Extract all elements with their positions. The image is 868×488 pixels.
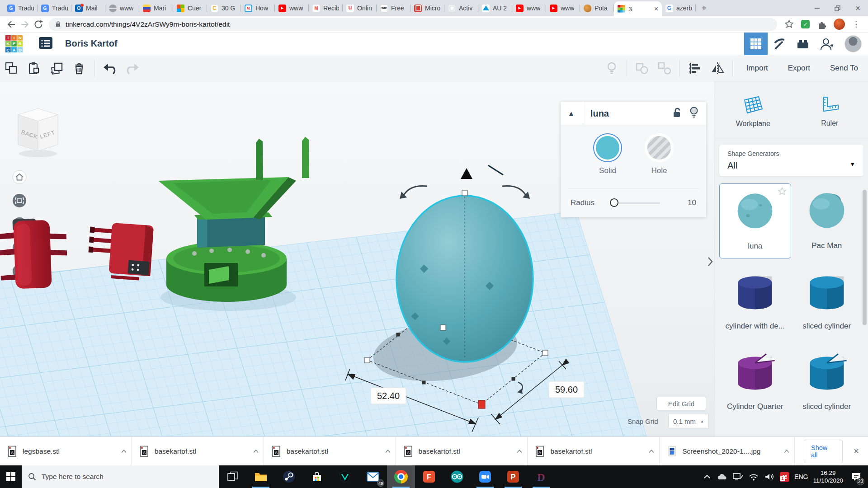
sidebar-scrollbar[interactable] xyxy=(863,190,867,325)
download-item[interactable]: A basekartof.stl xyxy=(264,437,396,465)
tab-pota[interactable]: Pota xyxy=(580,0,614,16)
task-view-button[interactable] xyxy=(219,465,247,488)
downloads-close-icon[interactable]: × xyxy=(854,446,859,456)
minecraft-pickaxe-icon[interactable] xyxy=(768,33,791,55)
brick-icon[interactable] xyxy=(791,33,815,55)
tab-www-1[interactable]: www xyxy=(105,0,139,16)
rotate-arrow-right[interactable] xyxy=(502,186,530,199)
slider-knob[interactable] xyxy=(610,198,618,207)
tab-translate-1[interactable]: Tradu xyxy=(4,0,38,16)
mail-icon[interactable]: 49 xyxy=(359,465,387,488)
hole-option[interactable]: Hole xyxy=(647,136,671,175)
shape-generators-dropdown[interactable]: Shape Generators All ▼ xyxy=(719,145,863,176)
dim-width-label[interactable]: 52.40 xyxy=(371,388,406,404)
paste-icon[interactable] xyxy=(27,61,41,75)
tab-translate-2[interactable]: Tradu xyxy=(38,0,71,16)
chevron-up-icon[interactable] xyxy=(516,449,523,453)
address-bar[interactable]: tinkercad.com/things/4V2zArSWy9m-boris-k… xyxy=(49,18,777,31)
export-button[interactable]: Export xyxy=(788,64,810,73)
edit-grid-button[interactable]: Edit Grid xyxy=(656,397,706,410)
tab-azerb[interactable]: azerb xyxy=(662,0,696,16)
checkmark-extension-icon[interactable]: ✓ xyxy=(801,20,810,28)
dim-depth-label[interactable]: 59.60 xyxy=(549,381,584,398)
file-explorer-icon[interactable] xyxy=(247,465,275,488)
app-f-icon[interactable]: F xyxy=(415,465,443,488)
scale-handle[interactable] xyxy=(396,333,400,337)
shape-tile-sliced-cylinder-2[interactable]: sliced cylinder xyxy=(791,344,863,419)
tab-www-4[interactable]: www xyxy=(546,0,580,16)
tab-cuer[interactable]: Cuer xyxy=(173,0,207,16)
download-item[interactable]: A legsbase.stl xyxy=(0,437,132,465)
ruler-tool[interactable]: Ruler xyxy=(792,81,868,139)
new-tab-button[interactable]: + xyxy=(696,2,712,14)
tab-au2[interactable]: AU 2 xyxy=(478,0,512,16)
volume-icon[interactable] xyxy=(764,472,775,481)
scale-handle[interactable] xyxy=(512,377,515,381)
delete-icon[interactable] xyxy=(72,61,86,75)
workplane-grid[interactable] xyxy=(0,211,646,436)
app-d-icon[interactable]: D xyxy=(527,465,555,488)
ms-store-icon[interactable] xyxy=(303,465,331,488)
hole-swatch[interactable] xyxy=(647,136,671,160)
front-corner-handle[interactable] xyxy=(478,400,485,408)
chevron-up-icon[interactable] xyxy=(121,449,127,453)
scale-handle[interactable] xyxy=(422,381,426,385)
download-item[interactable]: A basekartof.stl xyxy=(528,437,660,465)
chevron-up-icon[interactable] xyxy=(385,449,391,453)
solid-swatch[interactable] xyxy=(596,136,619,160)
tab-www-2[interactable]: www xyxy=(275,0,309,16)
lightbulb-icon[interactable] xyxy=(689,107,699,120)
show-all-lightbulb-icon[interactable] xyxy=(604,61,619,75)
undo-icon[interactable] xyxy=(102,61,117,75)
mirror-icon[interactable] xyxy=(710,61,725,75)
ungroup-icon[interactable] xyxy=(657,61,672,75)
minimize-button[interactable] xyxy=(807,0,827,16)
tab-30g[interactable]: 30 G xyxy=(207,0,241,16)
sidebar-collapse-handle[interactable] xyxy=(707,256,713,269)
design-title[interactable]: Boris Kartof xyxy=(65,38,118,49)
close-button[interactable]: × xyxy=(848,0,868,16)
tab-www-3[interactable]: www xyxy=(512,0,546,16)
onedrive-cloud-icon[interactable] xyxy=(717,472,727,481)
green-model[interactable] xyxy=(158,137,309,302)
view-cube[interactable]: BACK LEFT xyxy=(18,108,58,157)
unlock-icon[interactable] xyxy=(672,107,682,120)
tray-chevron-icon[interactable] xyxy=(703,472,712,481)
sphere-body[interactable] xyxy=(396,196,533,362)
view-home-button[interactable] xyxy=(13,170,26,184)
shape-tile-cylinder-quarter[interactable]: Cylinder Quarter xyxy=(719,344,791,419)
tab-close-icon[interactable]: × xyxy=(654,5,658,13)
corner-handle[interactable] xyxy=(542,350,548,356)
radius-value[interactable]: 10 xyxy=(688,198,696,207)
tinkercad-logo[interactable]: T I N K E R C A D xyxy=(5,35,23,52)
invite-person-icon[interactable] xyxy=(815,33,838,55)
copy-icon[interactable] xyxy=(4,61,19,75)
blocks-view-button[interactable] xyxy=(744,33,768,55)
display-pen-icon[interactable] xyxy=(732,472,743,481)
start-button[interactable] xyxy=(0,465,22,488)
favorite-star-icon[interactable] xyxy=(778,187,787,198)
workplane-tool[interactable]: Workplane xyxy=(715,81,792,139)
bookmark-star-icon[interactable] xyxy=(784,19,794,29)
taskbar-clock[interactable]: 16:29 11/10/2020 xyxy=(813,469,843,484)
tab-recib[interactable]: Recib xyxy=(309,0,343,16)
send-to-button[interactable]: Send To xyxy=(830,64,858,73)
browser-profile-avatar[interactable] xyxy=(834,19,845,30)
duplicate-icon[interactable] xyxy=(49,61,64,75)
powerpoint-icon[interactable]: P xyxy=(499,465,527,488)
redo-icon[interactable] xyxy=(125,61,139,75)
tab-how[interactable]: How xyxy=(241,0,275,16)
chevron-up-icon[interactable] xyxy=(253,449,259,453)
download-item[interactable]: A basekartof.stl xyxy=(396,437,528,465)
user-avatar[interactable] xyxy=(844,35,862,52)
extensions-puzzle-icon[interactable] xyxy=(817,19,826,29)
solid-option[interactable]: Solid xyxy=(596,136,619,175)
design-menu-icon[interactable] xyxy=(39,37,52,51)
back-icon[interactable] xyxy=(5,18,18,31)
show-all-button[interactable]: Show all xyxy=(804,440,843,463)
viewport-3d[interactable]: BACK LEFT xyxy=(0,81,714,436)
shape-tile-sliced-cylinder-1[interactable]: sliced cylinder xyxy=(791,264,863,339)
collapse-panel-icon[interactable]: ▲ xyxy=(568,109,575,117)
arduino-icon[interactable] xyxy=(443,465,471,488)
reload-icon[interactable] xyxy=(32,18,45,31)
